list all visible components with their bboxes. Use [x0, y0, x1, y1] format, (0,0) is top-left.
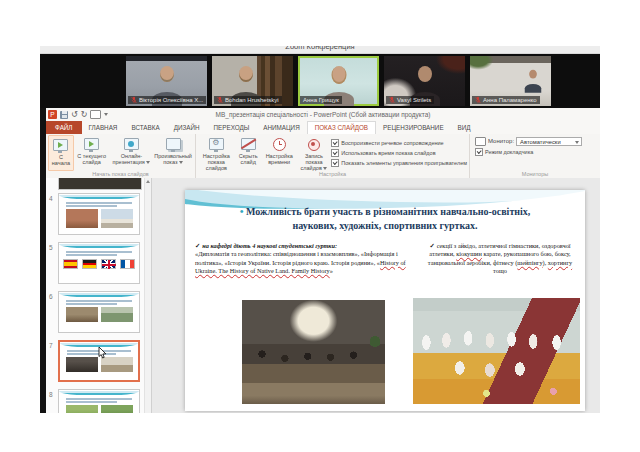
slide-number: 6	[49, 293, 53, 300]
slide-thumbnail-4[interactable]	[58, 193, 140, 235]
redo-icon[interactable]: ↻	[81, 110, 88, 120]
dropdown-caret-icon	[575, 141, 579, 144]
thumbnail-photo	[66, 209, 98, 228]
muted-mic-icon	[475, 96, 481, 104]
participant-video-feed	[322, 66, 356, 100]
play-narrations-checkbox[interactable]: Воспроизвести речевое сопровождение	[331, 138, 467, 148]
thumbnail-text-line	[66, 303, 117, 305]
tab-review[interactable]: РЕЦЕНЗИРОВАНИЕ	[376, 121, 451, 134]
slide-editor-area[interactable]: • Можливість брати участь в різноманітни…	[152, 178, 600, 413]
thumbnail-wave-decor	[59, 292, 139, 298]
use-timings-checkbox[interactable]: Использовать время показа слайдов	[331, 148, 467, 158]
thumbnail-wave-decor	[59, 390, 139, 396]
group-label-start-slideshow: Начать показ слайдов	[46, 171, 195, 177]
thumbnail-photo	[101, 357, 133, 372]
participant-video-feed	[524, 70, 543, 89]
thumbnail-photos	[60, 357, 138, 372]
ribbon-group-start-slideshow: С начала С текущего слайда Онлайн-презен…	[46, 134, 196, 178]
monitor-selector-row: Монитор: Автоматически	[475, 135, 582, 147]
powerpoint-titlebar[interactable]: P ↺ ↻ МВ_презентація спеціальності - Pow…	[46, 108, 600, 121]
thumbnail-photo	[101, 209, 133, 228]
custom-slideshow-button[interactable]: Произвольный показ	[153, 135, 193, 171]
france-flag	[120, 259, 135, 269]
tab-animations[interactable]: АНИМАЦИЯ	[256, 121, 306, 134]
from-current-slide-icon	[84, 138, 99, 150]
rehearse-timings-button[interactable]: Настройка времени	[262, 135, 297, 171]
tab-slideshow-active[interactable]: ПОКАЗ СЛАЙДОВ	[307, 121, 376, 134]
check-marker: ✓	[429, 242, 434, 249]
zoom-window-title: Zoom Конференция	[40, 46, 600, 51]
thumbnail-wave-decor	[59, 243, 139, 249]
thumbnail-photos	[59, 307, 139, 322]
dropdown-caret-icon	[179, 161, 183, 164]
save-icon[interactable]	[60, 111, 68, 119]
tab-design[interactable]: ДИЗАЙН	[167, 121, 207, 134]
from-current-slide-button[interactable]: С текущего слайда	[74, 135, 110, 171]
classroom-photo	[242, 300, 385, 404]
hide-slide-button[interactable]: Скрыть слайд	[235, 135, 262, 171]
tab-view[interactable]: ВИД	[451, 121, 478, 134]
zoom-titlebar[interactable]: Zoom Конференция	[40, 46, 600, 54]
thumbnail-photo	[101, 405, 133, 413]
muted-mic-icon	[389, 96, 395, 104]
thumbnail-text-line	[66, 398, 132, 400]
thumbnail-text-line	[66, 251, 132, 253]
thumbnail-photo	[66, 405, 98, 413]
current-slide-canvas[interactable]: • Можливість брати участь в різноманітни…	[185, 190, 585, 411]
slide-thumbnail-8[interactable]	[58, 389, 140, 413]
tab-file[interactable]: ФАЙЛ	[46, 121, 82, 134]
muted-mic-icon	[131, 96, 137, 104]
record-slideshow-button[interactable]: Запись показа слайдов	[297, 135, 332, 171]
slide-thumbnail-3-partial[interactable]	[58, 178, 142, 190]
participant-tile[interactable]: Анна Паламаренко	[470, 56, 551, 106]
thumbnail-text-line	[66, 254, 117, 256]
setup-slideshow-icon	[209, 138, 224, 150]
present-online-button[interactable]: Онлайн-презентация	[110, 135, 154, 171]
thumbnail-wave-decor	[59, 194, 139, 200]
powerpoint-workspace: 4 5	[46, 178, 600, 413]
monitor-dropdown[interactable]: Автоматически	[516, 137, 582, 146]
spain-flag	[63, 259, 78, 269]
presenter-view-checkbox[interactable]: Режим докладчика	[475, 147, 533, 157]
slide-title[interactable]: • Можливість брати участь в різноманітни…	[197, 204, 573, 233]
slide-number: 4	[49, 195, 53, 202]
show-media-controls-checkbox[interactable]: Показать элементы управления проигрывате…	[331, 158, 467, 168]
tab-home[interactable]: ГЛАВНАЯ	[82, 121, 125, 134]
from-beginning-button[interactable]: С начала	[48, 135, 74, 171]
scroll-up-arrow-icon[interactable]	[146, 180, 150, 183]
checkbox-checked-icon	[331, 159, 339, 167]
tab-insert[interactable]: ВСТАВКА	[124, 121, 166, 134]
setup-slideshow-button[interactable]: Настройка показа слайдов	[198, 135, 235, 171]
participant-video-feed	[408, 66, 442, 100]
thumbnail-text-line	[66, 300, 132, 302]
slide-number: 8	[49, 391, 53, 398]
spellcheck-underlined-text: шейпінгу	[517, 259, 542, 266]
participant-tile-active-speaker[interactable]: Анна Грищук	[298, 56, 379, 106]
slide-thumbnail-6[interactable]	[58, 291, 140, 333]
basketball-team-photo	[413, 298, 580, 404]
thumbnail-text-line	[66, 401, 117, 403]
title-bullet: •	[240, 205, 244, 217]
participant-tile[interactable]: Vasyl Strilets	[384, 56, 465, 106]
start-slideshow-icon[interactable]	[90, 110, 101, 119]
hide-slide-icon	[241, 138, 256, 150]
thumbnail-flags	[59, 259, 139, 269]
tab-transitions[interactable]: ПЕРЕХОДЫ	[207, 121, 257, 134]
slide-left-column[interactable]: ✓на кафедрі діють 4 наукові студентські …	[195, 242, 407, 275]
mouse-cursor	[98, 346, 107, 359]
slide-right-column[interactable]: ✓секції з айкідо, атлетичної гімнастики,…	[421, 242, 579, 275]
thumbnail-photo	[66, 307, 98, 322]
powerpoint-logo-icon: P	[48, 110, 57, 119]
participant-tile[interactable]: Bohdan Hrushetskyi	[212, 56, 293, 106]
participant-video-strip: Вікторія Олексіївна Х... Bohdan Hrushets…	[40, 54, 600, 108]
setup-checkbox-column: Воспроизвести речевое сопровождение Испо…	[331, 135, 467, 168]
thumbnail-text-line	[67, 353, 116, 355]
monitor-icon	[475, 137, 486, 146]
thumbnail-scrollbar[interactable]	[144, 178, 151, 413]
slide-thumbnail-5[interactable]	[58, 242, 140, 284]
participant-tile[interactable]: Вікторія Олексіївна Х...	[126, 56, 207, 106]
quick-access-toolbar: P ↺ ↻	[48, 109, 108, 120]
undo-icon[interactable]: ↺	[71, 110, 78, 120]
participant-name-label: Вікторія Олексіївна Х...	[128, 96, 206, 104]
group-label-monitors: Мониторы	[470, 171, 600, 177]
